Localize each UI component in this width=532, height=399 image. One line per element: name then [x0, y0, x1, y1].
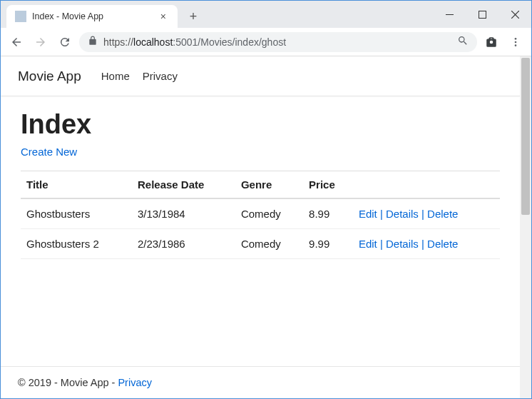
footer-privacy-link[interactable]: Privacy — [118, 377, 152, 388]
svg-point-4 — [515, 38, 517, 40]
brand-link[interactable]: Movie App — [18, 69, 81, 84]
main-content: Index Create New Title Release Date Genr… — [1, 96, 520, 366]
cell-price: 9.99 — [303, 229, 353, 259]
browser-titlebar: Index - Movie App × + — [1, 1, 531, 28]
svg-point-5 — [515, 41, 517, 43]
reload-button[interactable] — [55, 32, 75, 52]
col-actions — [353, 171, 500, 199]
svg-rect-1 — [479, 11, 486, 18]
nav-home[interactable]: Home — [101, 70, 130, 82]
viewport: Movie App Home Privacy Index Create New … — [1, 56, 531, 398]
separator: | — [419, 238, 427, 250]
page-body: Movie App Home Privacy Index Create New … — [1, 56, 520, 398]
cell-title: Ghostbusters — [21, 198, 132, 229]
site-navbar: Movie App Home Privacy — [1, 56, 520, 96]
separator: | — [377, 208, 386, 220]
minimize-button[interactable] — [433, 1, 466, 28]
svg-point-6 — [515, 44, 517, 46]
separator: | — [377, 238, 386, 250]
cell-release: 2/23/1986 — [132, 229, 235, 259]
window-controls — [433, 1, 531, 28]
scrollbar[interactable] — [520, 56, 531, 398]
favicon-icon — [15, 11, 26, 22]
browser-tab[interactable]: Index - Movie App × — [6, 5, 178, 28]
col-release: Release Date — [132, 171, 235, 199]
details-link[interactable]: Details — [386, 238, 419, 250]
page-title: Index — [21, 109, 500, 140]
scrollbar-thumb[interactable] — [521, 58, 530, 215]
url-host: localhost — [133, 36, 173, 48]
account-icon[interactable] — [481, 32, 501, 52]
separator: | — [419, 208, 427, 220]
table-row: Ghostbusters 2 2/23/1986 Comedy 9.99 Edi… — [21, 229, 500, 259]
cell-actions: Edit | Details | Delete — [353, 198, 500, 229]
maximize-button[interactable] — [466, 1, 498, 28]
cell-price: 8.99 — [303, 198, 353, 229]
search-icon[interactable] — [457, 35, 469, 49]
cell-genre: Comedy — [235, 229, 303, 259]
cell-release: 3/13/1984 — [132, 198, 235, 229]
back-button[interactable] — [6, 32, 26, 52]
details-link[interactable]: Details — [386, 208, 419, 220]
address-bar[interactable]: https://localhost:5001/Movies/index/ghos… — [79, 32, 477, 52]
url-scheme: https:// — [103, 36, 133, 48]
col-price: Price — [303, 171, 353, 199]
nav-privacy[interactable]: Privacy — [143, 70, 178, 82]
browser-toolbar: https://localhost:5001/Movies/index/ghos… — [1, 28, 531, 56]
delete-link[interactable]: Delete — [427, 208, 458, 220]
cell-actions: Edit | Details | Delete — [353, 229, 500, 259]
movies-table: Title Release Date Genre Price Ghostbust… — [21, 171, 500, 259]
col-title: Title — [21, 171, 132, 199]
create-new-link[interactable]: Create New — [21, 146, 77, 158]
close-window-button[interactable] — [498, 1, 531, 28]
tab-title: Index - Movie App — [32, 11, 152, 21]
delete-link[interactable]: Delete — [427, 238, 458, 250]
edit-link[interactable]: Edit — [359, 238, 377, 250]
cell-genre: Comedy — [235, 198, 303, 229]
table-header-row: Title Release Date Genre Price — [21, 171, 500, 199]
table-row: Ghostbusters 3/13/1984 Comedy 8.99 Edit … — [21, 198, 500, 229]
cell-title: Ghostbusters 2 — [21, 229, 132, 259]
forward-button[interactable] — [31, 32, 51, 52]
url-path: /Movies/index/ghost — [198, 36, 286, 48]
edit-link[interactable]: Edit — [359, 208, 377, 220]
menu-button[interactable] — [506, 32, 526, 52]
footer-text: © 2019 - Movie App - — [18, 377, 118, 388]
footer: © 2019 - Movie App - Privacy — [1, 366, 520, 398]
url-port: :5001 — [173, 36, 198, 48]
col-genre: Genre — [235, 171, 303, 199]
url-text: https://localhost:5001/Movies/index/ghos… — [103, 36, 451, 48]
close-tab-icon[interactable]: × — [158, 11, 169, 22]
new-tab-button[interactable]: + — [183, 6, 203, 26]
lock-icon — [88, 36, 98, 48]
